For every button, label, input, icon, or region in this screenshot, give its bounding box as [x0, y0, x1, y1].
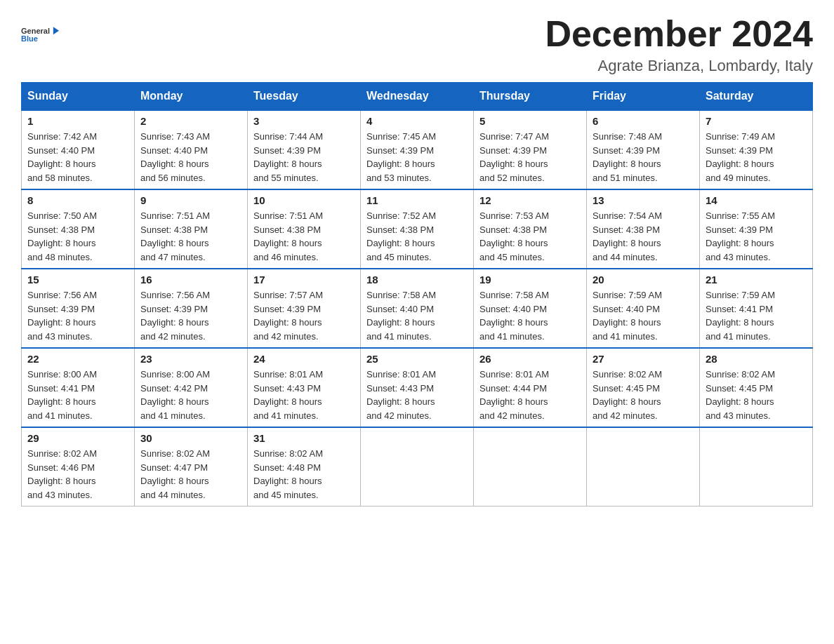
day-info: Sunrise: 7:56 AMSunset: 4:39 PMDaylight:…: [27, 288, 128, 343]
day-info: Sunrise: 7:57 AMSunset: 4:39 PMDaylight:…: [253, 288, 355, 343]
week-row-2: 8Sunrise: 7:50 AMSunset: 4:38 PMDaylight…: [22, 189, 813, 269]
day-info: Sunrise: 7:50 AMSunset: 4:38 PMDaylight:…: [27, 209, 128, 264]
day-number: 29: [27, 432, 128, 444]
header: General Blue December 2024 Agrate Brianz…: [21, 14, 813, 75]
day-number: 6: [593, 115, 694, 127]
col-saturday: Saturday: [700, 83, 813, 111]
day-info: Sunrise: 7:54 AMSunset: 4:38 PMDaylight:…: [593, 209, 694, 264]
day-number: 8: [27, 194, 128, 206]
day-info: Sunrise: 7:58 AMSunset: 4:40 PMDaylight:…: [479, 288, 581, 343]
day-number: 4: [366, 115, 468, 127]
day-cell: 14Sunrise: 7:55 AMSunset: 4:39 PMDayligh…: [700, 189, 813, 269]
day-number: 13: [593, 194, 694, 206]
day-cell: 13Sunrise: 7:54 AMSunset: 4:38 PMDayligh…: [587, 189, 700, 269]
day-cell: 16Sunrise: 7:56 AMSunset: 4:39 PMDayligh…: [135, 269, 248, 348]
day-cell: 31Sunrise: 8:02 AMSunset: 4:48 PMDayligh…: [248, 427, 361, 507]
day-cell: 2Sunrise: 7:43 AMSunset: 4:40 PMDaylight…: [135, 110, 248, 189]
week-row-1: 1Sunrise: 7:42 AMSunset: 4:40 PMDaylight…: [22, 110, 813, 189]
day-info: Sunrise: 7:58 AMSunset: 4:40 PMDaylight:…: [366, 288, 468, 343]
day-info: Sunrise: 7:44 AMSunset: 4:39 PMDaylight:…: [253, 130, 355, 185]
day-number: 22: [27, 353, 128, 365]
day-cell: 7Sunrise: 7:49 AMSunset: 4:39 PMDaylight…: [700, 110, 813, 189]
title-area: December 2024 Agrate Brianza, Lombardy, …: [545, 14, 813, 75]
day-number: 27: [593, 353, 694, 365]
day-number: 16: [140, 274, 241, 286]
day-cell: 17Sunrise: 7:57 AMSunset: 4:39 PMDayligh…: [248, 269, 361, 348]
generalblue-logo: General Blue: [21, 14, 60, 53]
day-number: 26: [479, 353, 581, 365]
day-info: Sunrise: 7:42 AMSunset: 4:40 PMDaylight:…: [27, 130, 128, 185]
svg-marker-1: [53, 27, 59, 34]
day-cell: 8Sunrise: 7:50 AMSunset: 4:38 PMDaylight…: [22, 189, 135, 269]
day-number: 14: [706, 194, 807, 206]
day-info: Sunrise: 8:01 AMSunset: 4:43 PMDaylight:…: [253, 368, 355, 422]
day-number: 21: [706, 274, 807, 286]
day-number: 23: [140, 353, 241, 365]
day-number: 11: [366, 194, 468, 206]
day-cell: 12Sunrise: 7:53 AMSunset: 4:38 PMDayligh…: [474, 189, 587, 269]
day-info: Sunrise: 7:51 AMSunset: 4:38 PMDaylight:…: [253, 209, 355, 264]
day-cell: 27Sunrise: 8:02 AMSunset: 4:45 PMDayligh…: [587, 348, 700, 427]
col-sunday: Sunday: [22, 83, 135, 111]
svg-text:General: General: [21, 27, 50, 35]
day-info: Sunrise: 7:56 AMSunset: 4:39 PMDaylight:…: [140, 288, 241, 343]
day-cell: 28Sunrise: 8:02 AMSunset: 4:45 PMDayligh…: [700, 348, 813, 427]
day-number: 1: [27, 115, 128, 127]
day-cell: [474, 427, 587, 507]
col-tuesday: Tuesday: [248, 83, 361, 111]
day-cell: 10Sunrise: 7:51 AMSunset: 4:38 PMDayligh…: [248, 189, 361, 269]
day-info: Sunrise: 8:01 AMSunset: 4:43 PMDaylight:…: [366, 368, 468, 422]
day-number: 2: [140, 115, 241, 127]
day-number: 20: [593, 274, 694, 286]
day-info: Sunrise: 8:01 AMSunset: 4:44 PMDaylight:…: [479, 368, 581, 422]
day-info: Sunrise: 7:59 AMSunset: 4:41 PMDaylight:…: [706, 288, 807, 343]
day-info: Sunrise: 7:52 AMSunset: 4:38 PMDaylight:…: [366, 209, 468, 264]
day-info: Sunrise: 7:43 AMSunset: 4:40 PMDaylight:…: [140, 130, 241, 185]
day-info: Sunrise: 8:02 AMSunset: 4:47 PMDaylight:…: [140, 447, 241, 502]
day-cell: [700, 427, 813, 507]
day-number: 3: [253, 115, 355, 127]
day-number: 17: [253, 274, 355, 286]
day-number: 10: [253, 194, 355, 206]
day-cell: 24Sunrise: 8:01 AMSunset: 4:43 PMDayligh…: [248, 348, 361, 427]
day-number: 24: [253, 353, 355, 365]
day-cell: 29Sunrise: 8:02 AMSunset: 4:46 PMDayligh…: [22, 427, 135, 507]
col-monday: Monday: [135, 83, 248, 111]
day-number: 9: [140, 194, 241, 206]
day-cell: 3Sunrise: 7:44 AMSunset: 4:39 PMDaylight…: [248, 110, 361, 189]
day-info: Sunrise: 7:51 AMSunset: 4:38 PMDaylight:…: [140, 209, 241, 264]
day-number: 12: [479, 194, 581, 206]
calendar-table: Sunday Monday Tuesday Wednesday Thursday…: [21, 82, 813, 507]
day-info: Sunrise: 7:55 AMSunset: 4:39 PMDaylight:…: [706, 209, 807, 264]
day-info: Sunrise: 7:53 AMSunset: 4:38 PMDaylight:…: [479, 209, 581, 264]
day-cell: 21Sunrise: 7:59 AMSunset: 4:41 PMDayligh…: [700, 269, 813, 348]
day-info: Sunrise: 8:02 AMSunset: 4:48 PMDaylight:…: [253, 447, 355, 502]
day-number: 7: [706, 115, 807, 127]
day-cell: 23Sunrise: 8:00 AMSunset: 4:42 PMDayligh…: [135, 348, 248, 427]
day-cell: 18Sunrise: 7:58 AMSunset: 4:40 PMDayligh…: [361, 269, 474, 348]
day-info: Sunrise: 7:59 AMSunset: 4:40 PMDaylight:…: [593, 288, 694, 343]
day-cell: [587, 427, 700, 507]
day-number: 19: [479, 274, 581, 286]
day-number: 5: [479, 115, 581, 127]
col-friday: Friday: [587, 83, 700, 111]
day-cell: 26Sunrise: 8:01 AMSunset: 4:44 PMDayligh…: [474, 348, 587, 427]
day-number: 31: [253, 432, 355, 444]
week-row-4: 22Sunrise: 8:00 AMSunset: 4:41 PMDayligh…: [22, 348, 813, 427]
day-cell: 6Sunrise: 7:48 AMSunset: 4:39 PMDaylight…: [587, 110, 700, 189]
day-cell: 5Sunrise: 7:47 AMSunset: 4:39 PMDaylight…: [474, 110, 587, 189]
day-info: Sunrise: 8:00 AMSunset: 4:41 PMDaylight:…: [27, 368, 128, 422]
calendar-header-row: Sunday Monday Tuesday Wednesday Thursday…: [22, 83, 813, 111]
day-info: Sunrise: 7:45 AMSunset: 4:39 PMDaylight:…: [366, 130, 468, 185]
day-cell: 19Sunrise: 7:58 AMSunset: 4:40 PMDayligh…: [474, 269, 587, 348]
day-info: Sunrise: 8:02 AMSunset: 4:45 PMDaylight:…: [593, 368, 694, 422]
svg-text:Blue: Blue: [21, 34, 38, 43]
week-row-3: 15Sunrise: 7:56 AMSunset: 4:39 PMDayligh…: [22, 269, 813, 348]
day-cell: 1Sunrise: 7:42 AMSunset: 4:40 PMDaylight…: [22, 110, 135, 189]
day-cell: 20Sunrise: 7:59 AMSunset: 4:40 PMDayligh…: [587, 269, 700, 348]
week-row-5: 29Sunrise: 8:02 AMSunset: 4:46 PMDayligh…: [22, 427, 813, 507]
day-cell: 25Sunrise: 8:01 AMSunset: 4:43 PMDayligh…: [361, 348, 474, 427]
day-number: 15: [27, 274, 128, 286]
day-info: Sunrise: 7:49 AMSunset: 4:39 PMDaylight:…: [706, 130, 807, 185]
day-info: Sunrise: 8:00 AMSunset: 4:42 PMDaylight:…: [140, 368, 241, 422]
